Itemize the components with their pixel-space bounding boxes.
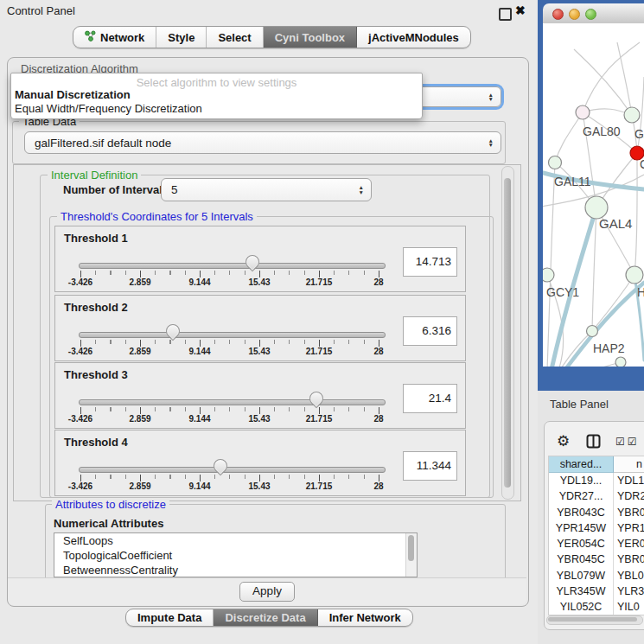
scrollbar-thumb[interactable] — [408, 535, 414, 561]
cell[interactable]: YDL1 — [614, 473, 644, 488]
tab-style[interactable]: Style — [156, 27, 207, 48]
node-hap2[interactable] — [587, 326, 598, 337]
scrollbar-thumb[interactable] — [548, 617, 637, 622]
tick-label: 21.715 — [306, 414, 333, 424]
table-row[interactable]: YBR043CYBR0 — [549, 505, 644, 520]
window-minimize-traffic-icon[interactable] — [569, 9, 580, 20]
num-intervals-label: Number of Intervals — [63, 183, 169, 196]
list-scrollbar[interactable] — [405, 533, 417, 577]
table-row[interactable]: YBL079WYBL0 — [549, 568, 644, 583]
table-data-combobox[interactable]: galFiltered.sif default node ▲▼ — [24, 131, 501, 154]
threshold-2-panel: Threshold 2 -3.426 2.859 9.144 15.43 21.… — [54, 295, 466, 361]
tab-impute-data[interactable]: Impute Data — [126, 609, 214, 626]
numerical-attributes-label: Numerical Attributes — [54, 517, 163, 530]
network-window-titlebar[interactable] — [543, 3, 644, 24]
node-gcy1[interactable] — [543, 268, 554, 282]
dropdown-option-manual[interactable]: Manual Discretization — [15, 88, 131, 101]
node-gal11[interactable] — [549, 156, 562, 169]
node-h[interactable] — [626, 266, 643, 284]
column-header-shared-name[interactable]: shared... — [549, 456, 614, 473]
table-row[interactable]: YER054CYER0 — [549, 536, 644, 552]
tick-label: 2.859 — [129, 414, 150, 424]
gear-icon[interactable]: ⚙ — [557, 432, 570, 450]
cell[interactable]: YPR1 — [614, 520, 644, 536]
threshold-2-slider[interactable] — [79, 332, 386, 338]
window-zoom-traffic-icon[interactable] — [585, 9, 596, 20]
cell[interactable]: YBL0 — [614, 568, 644, 583]
dropdown-option-equal-width[interactable]: Equal Width/Frequency Discretization — [15, 102, 202, 115]
tab-network[interactable]: Network — [73, 27, 156, 48]
list-item[interactable]: BetweennessCentrality — [54, 563, 417, 577]
table-row[interactable]: YIL052CYIL0 — [549, 599, 644, 615]
window-close-traffic-icon[interactable] — [552, 9, 564, 20]
close-icon[interactable]: ✖ — [515, 3, 526, 17]
cell[interactable]: YDL19... — [549, 473, 614, 488]
node-green[interactable] — [624, 107, 640, 123]
cell[interactable]: YBR043C — [549, 505, 614, 520]
spinner-arrows-icon: ▲▼ — [352, 185, 371, 194]
numerical-attributes-list[interactable]: SelfLoops TopologicalCoefficient Between… — [54, 532, 418, 577]
table-row[interactable]: YPR145WYPR1 — [549, 520, 644, 536]
cell[interactable]: YDR27... — [549, 488, 614, 504]
network-canvas[interactable]: GAL80 GA C GAL11 GAL4 GCY1 H HAP2 — [543, 23, 644, 367]
cell[interactable]: YDR2 — [614, 488, 644, 504]
cell[interactable]: YIL052C — [549, 599, 614, 615]
threshold-2-label: Threshold 2 — [64, 301, 128, 314]
settings-vertical-scrollbar[interactable] — [501, 166, 514, 500]
tab-jactivemnodules-label: jActiveMNodules — [368, 31, 459, 44]
threshold-4-slider[interactable] — [79, 467, 386, 473]
cell[interactable]: YBR045C — [549, 552, 614, 567]
tab-cyni-toolbox[interactable]: Cyni Toolbox — [264, 27, 357, 48]
slider-major-ticks — [80, 475, 379, 481]
table-row[interactable]: YDL19...YDL1 — [549, 473, 644, 488]
float-window-icon[interactable] — [499, 8, 512, 21]
node-pink[interactable] — [576, 105, 590, 119]
table-data-combobox-value: galFiltered.sif default node — [25, 137, 481, 150]
threshold-4-panel: Threshold 4 -3.426 2.859 9.144 15.43 21.… — [54, 430, 466, 496]
cell[interactable]: YBR0 — [614, 505, 644, 520]
cell[interactable]: YBR0 — [614, 552, 644, 567]
apply-button[interactable]: Apply — [239, 582, 295, 602]
tab-discretize-data[interactable]: Discretize Data — [214, 609, 317, 626]
list-item[interactable]: SelfLoops — [54, 533, 417, 548]
cell[interactable]: YER0 — [614, 536, 644, 552]
cell[interactable]: YPR145W — [549, 520, 614, 536]
threshold-3-value-field[interactable]: 21.4 — [403, 384, 457, 413]
list-item[interactable]: TopologicalCoefficient — [54, 548, 417, 563]
threshold-2-value-field[interactable]: 6.316 — [403, 316, 457, 346]
cell[interactable]: YLR345W — [549, 583, 614, 599]
network-graph: GAL80 GA C GAL11 GAL4 GCY1 H HAP2 — [543, 23, 644, 367]
cell[interactable]: YIL0 — [614, 599, 644, 615]
cell[interactable]: YER054C — [549, 536, 614, 552]
tab-infer-network[interactable]: Infer Network — [318, 609, 412, 626]
table-row[interactable]: YDR27...YDR2 — [549, 488, 644, 504]
node-label-partial: C — [640, 157, 644, 171]
node-bottom[interactable] — [615, 357, 626, 367]
cell[interactable]: YBL079W — [549, 568, 614, 583]
table-row[interactable]: YBR045CYBR0 — [549, 552, 644, 567]
threshold-1-slider[interactable] — [79, 263, 386, 269]
tick-label: 2.859 — [129, 347, 150, 356]
threshold-1-value-field[interactable]: 14.713 — [403, 247, 457, 277]
select-columns-icons[interactable]: ☑☑ — [615, 436, 640, 448]
scrollbar-thumb[interactable] — [504, 178, 511, 488]
tick-label: 2.859 — [129, 277, 150, 287]
tick-label: 15.43 — [248, 347, 270, 356]
node-table[interactable]: shared... n YDL19...YDL1 YDR27...YDR2 YB… — [548, 456, 644, 615]
column-header-name[interactable]: n — [614, 456, 644, 473]
tick-label: 9.144 — [188, 414, 210, 424]
split-view-icon[interactable] — [586, 434, 601, 452]
threshold-3-slider[interactable] — [79, 399, 386, 405]
threshold-1-label: Threshold 1 — [64, 232, 128, 245]
num-intervals-spinner[interactable]: 5 ▲▼ — [161, 178, 372, 201]
tab-cyni-toolbox-label: Cyni Toolbox — [275, 31, 345, 44]
tab-infer-network-label: Infer Network — [329, 611, 401, 624]
node-label-gal4: GAL4 — [599, 216, 632, 231]
table-horizontal-scrollbar[interactable] — [546, 615, 643, 625]
threshold-4-value-field[interactable]: 11.344 — [403, 451, 457, 481]
table-row[interactable]: YLR345WYLR3 — [549, 583, 644, 599]
spinner-arrows-icon: ▲▼ — [481, 138, 501, 148]
tab-jactivemnodules[interactable]: jActiveMNodules — [357, 27, 470, 48]
tab-select[interactable]: Select — [207, 27, 263, 48]
cell[interactable]: YLR3 — [614, 583, 644, 599]
